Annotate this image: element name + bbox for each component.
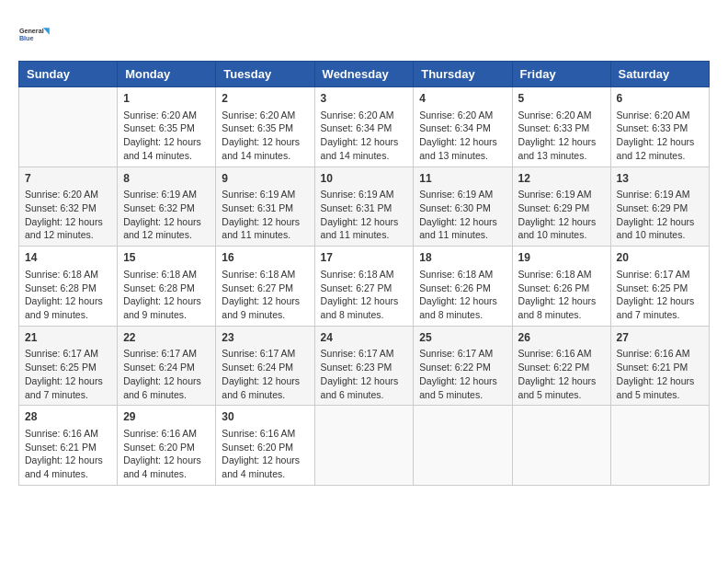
calendar-cell: 23Sunrise: 6:17 AMSunset: 6:24 PMDayligh… xyxy=(216,326,314,406)
calendar-cell: 7Sunrise: 6:20 AMSunset: 6:32 PMDaylight… xyxy=(19,167,118,247)
calendar-cell: 21Sunrise: 6:17 AMSunset: 6:25 PMDayligh… xyxy=(19,326,118,406)
day-number: 8 xyxy=(123,171,210,187)
calendar-header-row: SundayMondayTuesdayWednesdayThursdayFrid… xyxy=(19,62,710,87)
calendar-cell: 16Sunrise: 6:18 AMSunset: 6:27 PMDayligh… xyxy=(216,247,314,327)
calendar-cell: 11Sunrise: 6:19 AMSunset: 6:30 PMDayligh… xyxy=(414,167,512,247)
svg-text:General: General xyxy=(19,27,44,35)
calendar-cell: 29Sunrise: 6:16 AMSunset: 6:20 PMDayligh… xyxy=(118,406,216,486)
calendar-cell xyxy=(512,406,610,486)
day-number: 29 xyxy=(123,409,210,425)
day-header-saturday: Saturday xyxy=(610,62,709,87)
cell-content: Sunrise: 6:16 AMSunset: 6:22 PMDaylight:… xyxy=(518,347,605,401)
calendar-cell: 25Sunrise: 6:17 AMSunset: 6:22 PMDayligh… xyxy=(414,326,512,406)
day-number: 2 xyxy=(222,91,308,107)
day-number: 6 xyxy=(617,91,703,107)
cell-content: Sunrise: 6:18 AMSunset: 6:26 PMDaylight:… xyxy=(419,268,506,322)
day-number: 13 xyxy=(617,171,703,187)
cell-content: Sunrise: 6:19 AMSunset: 6:32 PMDaylight:… xyxy=(123,188,210,242)
calendar-table: SundayMondayTuesdayWednesdayThursdayFrid… xyxy=(18,61,710,486)
calendar-cell: 28Sunrise: 6:16 AMSunset: 6:21 PMDayligh… xyxy=(19,406,118,486)
day-number: 4 xyxy=(419,91,506,107)
day-number: 26 xyxy=(518,330,605,346)
calendar-cell: 17Sunrise: 6:18 AMSunset: 6:27 PMDayligh… xyxy=(314,247,414,327)
page-header: GeneralBlue xyxy=(18,18,710,52)
cell-content: Sunrise: 6:17 AMSunset: 6:23 PMDaylight:… xyxy=(321,347,408,401)
day-header-thursday: Thursday xyxy=(414,62,512,87)
calendar-cell: 19Sunrise: 6:18 AMSunset: 6:26 PMDayligh… xyxy=(512,247,610,327)
day-number: 9 xyxy=(222,171,308,187)
cell-content: Sunrise: 6:18 AMSunset: 6:28 PMDaylight:… xyxy=(123,268,210,322)
cell-content: Sunrise: 6:20 AMSunset: 6:33 PMDaylight:… xyxy=(518,109,605,163)
calendar-cell: 18Sunrise: 6:18 AMSunset: 6:26 PMDayligh… xyxy=(414,247,512,327)
calendar-cell: 30Sunrise: 6:16 AMSunset: 6:20 PMDayligh… xyxy=(216,406,314,486)
calendar-cell: 4Sunrise: 6:20 AMSunset: 6:34 PMDaylight… xyxy=(414,87,512,167)
calendar-week-3: 14Sunrise: 6:18 AMSunset: 6:28 PMDayligh… xyxy=(19,247,710,327)
calendar-cell: 26Sunrise: 6:16 AMSunset: 6:22 PMDayligh… xyxy=(512,326,610,406)
calendar-cell: 12Sunrise: 6:19 AMSunset: 6:29 PMDayligh… xyxy=(512,167,610,247)
calendar-cell: 1Sunrise: 6:20 AMSunset: 6:35 PMDaylight… xyxy=(118,87,216,167)
day-number: 23 xyxy=(222,330,308,346)
cell-content: Sunrise: 6:19 AMSunset: 6:31 PMDaylight:… xyxy=(222,188,308,242)
cell-content: Sunrise: 6:17 AMSunset: 6:24 PMDaylight:… xyxy=(123,347,210,401)
logo: GeneralBlue xyxy=(18,18,51,52)
day-number: 20 xyxy=(617,250,703,266)
logo-icon: GeneralBlue xyxy=(18,18,51,52)
cell-content: Sunrise: 6:20 AMSunset: 6:34 PMDaylight:… xyxy=(321,109,408,163)
cell-content: Sunrise: 6:16 AMSunset: 6:21 PMDaylight:… xyxy=(25,427,111,481)
calendar-cell: 20Sunrise: 6:17 AMSunset: 6:25 PMDayligh… xyxy=(610,247,709,327)
cell-content: Sunrise: 6:20 AMSunset: 6:33 PMDaylight:… xyxy=(617,109,703,163)
calendar-cell: 13Sunrise: 6:19 AMSunset: 6:29 PMDayligh… xyxy=(610,167,709,247)
day-number: 7 xyxy=(25,171,111,187)
calendar-week-4: 21Sunrise: 6:17 AMSunset: 6:25 PMDayligh… xyxy=(19,326,710,406)
cell-content: Sunrise: 6:19 AMSunset: 6:30 PMDaylight:… xyxy=(419,188,506,242)
day-number: 30 xyxy=(222,409,308,425)
day-number: 27 xyxy=(617,330,703,346)
cell-content: Sunrise: 6:18 AMSunset: 6:28 PMDaylight:… xyxy=(25,268,111,322)
calendar-week-5: 28Sunrise: 6:16 AMSunset: 6:21 PMDayligh… xyxy=(19,406,710,486)
day-number: 25 xyxy=(419,330,506,346)
day-number: 19 xyxy=(518,250,605,266)
calendar-week-1: 1Sunrise: 6:20 AMSunset: 6:35 PMDaylight… xyxy=(19,87,710,167)
day-number: 5 xyxy=(518,91,605,107)
day-header-wednesday: Wednesday xyxy=(314,62,414,87)
day-header-tuesday: Tuesday xyxy=(216,62,314,87)
cell-content: Sunrise: 6:20 AMSunset: 6:32 PMDaylight:… xyxy=(25,188,111,242)
cell-content: Sunrise: 6:20 AMSunset: 6:35 PMDaylight:… xyxy=(222,109,308,163)
cell-content: Sunrise: 6:17 AMSunset: 6:25 PMDaylight:… xyxy=(25,347,111,401)
calendar-cell: 2Sunrise: 6:20 AMSunset: 6:35 PMDaylight… xyxy=(216,87,314,167)
cell-content: Sunrise: 6:17 AMSunset: 6:22 PMDaylight:… xyxy=(419,347,506,401)
cell-content: Sunrise: 6:19 AMSunset: 6:29 PMDaylight:… xyxy=(518,188,605,242)
svg-text:Blue: Blue xyxy=(19,34,34,42)
calendar-cell: 24Sunrise: 6:17 AMSunset: 6:23 PMDayligh… xyxy=(314,326,414,406)
day-header-sunday: Sunday xyxy=(19,62,118,87)
calendar-cell xyxy=(610,406,709,486)
cell-content: Sunrise: 6:16 AMSunset: 6:20 PMDaylight:… xyxy=(123,427,210,481)
svg-marker-2 xyxy=(43,28,50,35)
cell-content: Sunrise: 6:18 AMSunset: 6:27 PMDaylight:… xyxy=(321,268,408,322)
day-number: 21 xyxy=(25,330,111,346)
calendar-cell: 3Sunrise: 6:20 AMSunset: 6:34 PMDaylight… xyxy=(314,87,414,167)
cell-content: Sunrise: 6:17 AMSunset: 6:25 PMDaylight:… xyxy=(617,268,703,322)
day-number: 10 xyxy=(321,171,408,187)
day-header-monday: Monday xyxy=(118,62,216,87)
day-header-friday: Friday xyxy=(512,62,610,87)
cell-content: Sunrise: 6:20 AMSunset: 6:35 PMDaylight:… xyxy=(123,109,210,163)
cell-content: Sunrise: 6:18 AMSunset: 6:27 PMDaylight:… xyxy=(222,268,308,322)
calendar-cell: 9Sunrise: 6:19 AMSunset: 6:31 PMDaylight… xyxy=(216,167,314,247)
cell-content: Sunrise: 6:16 AMSunset: 6:21 PMDaylight:… xyxy=(617,347,703,401)
day-number: 12 xyxy=(518,171,605,187)
day-number: 14 xyxy=(25,250,111,266)
calendar-cell xyxy=(414,406,512,486)
day-number: 22 xyxy=(123,330,210,346)
calendar-cell: 10Sunrise: 6:19 AMSunset: 6:31 PMDayligh… xyxy=(314,167,414,247)
day-number: 18 xyxy=(419,250,506,266)
day-number: 17 xyxy=(321,250,408,266)
day-number: 1 xyxy=(123,91,210,107)
calendar-cell: 5Sunrise: 6:20 AMSunset: 6:33 PMDaylight… xyxy=(512,87,610,167)
day-number: 11 xyxy=(419,171,506,187)
calendar-cell: 27Sunrise: 6:16 AMSunset: 6:21 PMDayligh… xyxy=(610,326,709,406)
cell-content: Sunrise: 6:20 AMSunset: 6:34 PMDaylight:… xyxy=(419,109,506,163)
cell-content: Sunrise: 6:16 AMSunset: 6:20 PMDaylight:… xyxy=(222,427,308,481)
calendar-body: 1Sunrise: 6:20 AMSunset: 6:35 PMDaylight… xyxy=(19,87,710,486)
calendar-week-2: 7Sunrise: 6:20 AMSunset: 6:32 PMDaylight… xyxy=(19,167,710,247)
